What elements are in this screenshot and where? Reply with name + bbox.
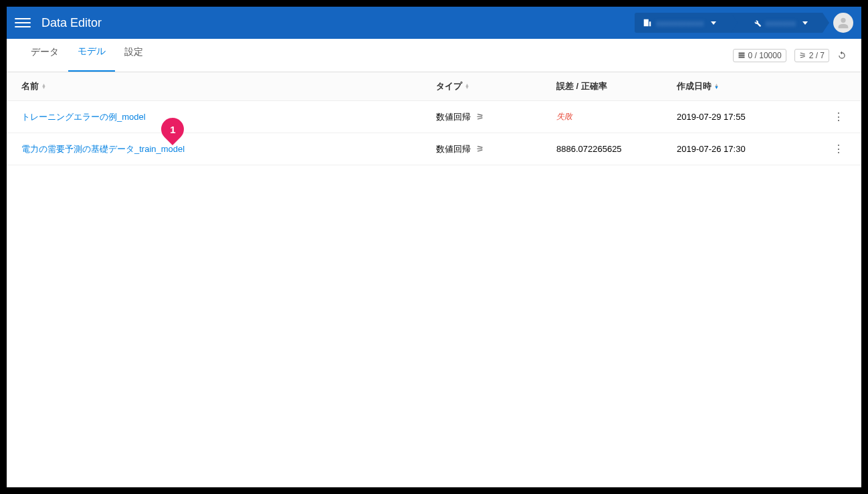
header-type[interactable]: タイプ ▲▼ bbox=[436, 80, 556, 92]
breadcrumb-org-label: xxxxxxxxxxx bbox=[656, 18, 704, 28]
tab-settings[interactable]: 設定 bbox=[115, 39, 152, 72]
app-title: Data Editor bbox=[41, 16, 102, 30]
breadcrumb-project[interactable]: xxxxxxx bbox=[731, 13, 823, 33]
model-count-text: 2 / 7 bbox=[809, 51, 825, 60]
model-type: 数値回帰 bbox=[436, 144, 471, 154]
row-menu-button[interactable]: ⋮ bbox=[831, 143, 847, 155]
tabs-row: データ モデル 設定 0 / 10000 ⚞ 2 / 7 bbox=[7, 39, 861, 72]
model-name-link[interactable]: 電力の需要予測の基礎データ_train_model bbox=[21, 144, 185, 154]
model-icon: ⚞ bbox=[799, 51, 806, 60]
table-header: 名前 ▲▼ タイプ ▲▼ 誤差 / 正確率 作成日時 ▲▼ bbox=[7, 72, 861, 101]
tab-model[interactable]: モデル bbox=[68, 39, 115, 72]
header-loss[interactable]: 誤差 / 正確率 bbox=[556, 80, 677, 92]
model-table: 名前 ▲▼ タイプ ▲▼ 誤差 / 正確率 作成日時 ▲▼ トレーニングエラーの… bbox=[7, 72, 861, 165]
breadcrumb-org[interactable]: xxxxxxxxxxx bbox=[635, 13, 731, 33]
data-count-text: 0 / 10000 bbox=[748, 51, 782, 60]
model-name-link[interactable]: トレーニングエラーの例_model bbox=[21, 112, 146, 122]
row-menu-button[interactable]: ⋮ bbox=[831, 110, 847, 123]
sort-icon: ▲▼ bbox=[465, 84, 469, 89]
table-row: 電力の需要予測の基礎データ_train_model 数値回帰 ⚞ 8886.07… bbox=[7, 133, 861, 165]
model-type: 数値回帰 bbox=[436, 112, 471, 122]
wrench-icon bbox=[752, 18, 762, 27]
app-header: Data Editor xxxxxxxxxxx xxxxxxx bbox=[7, 7, 861, 39]
model-loss: 8886.072265625 bbox=[556, 144, 622, 154]
model-date: 2019-07-26 17:30 bbox=[677, 144, 746, 154]
tab-data[interactable]: データ bbox=[21, 39, 68, 72]
header-date[interactable]: 作成日時 ▲▼ bbox=[677, 80, 831, 92]
chevron-down-icon bbox=[711, 21, 716, 25]
sort-icon: ▲▼ bbox=[714, 84, 719, 89]
model-loss-failed: 失敗 bbox=[556, 112, 572, 121]
model-count-badge: ⚞ 2 / 7 bbox=[794, 49, 829, 62]
annotation-label: 1 bbox=[170, 124, 175, 135]
regression-icon: ⚞ bbox=[476, 112, 484, 122]
model-date: 2019-07-29 17:55 bbox=[677, 112, 746, 122]
sort-icon: ▲▼ bbox=[41, 84, 46, 89]
regression-icon: ⚞ bbox=[476, 144, 484, 154]
header-name[interactable]: 名前 ▲▼ bbox=[21, 80, 436, 92]
table-row: トレーニングエラーの例_model 数値回帰 ⚞ 失敗 2019-07-29 1… bbox=[7, 101, 861, 133]
breadcrumb-project-label: xxxxxxx bbox=[766, 18, 796, 28]
chevron-down-icon bbox=[802, 21, 808, 25]
grid-icon bbox=[738, 52, 746, 60]
building-icon bbox=[643, 18, 652, 27]
avatar[interactable] bbox=[833, 13, 853, 33]
hamburger-menu-icon[interactable] bbox=[15, 15, 31, 31]
status-area: 0 / 10000 ⚞ 2 / 7 bbox=[733, 49, 847, 62]
breadcrumb: xxxxxxxxxxx xxxxxxx bbox=[635, 13, 823, 33]
refresh-icon[interactable] bbox=[837, 51, 847, 60]
data-count-badge: 0 / 10000 bbox=[733, 49, 786, 62]
